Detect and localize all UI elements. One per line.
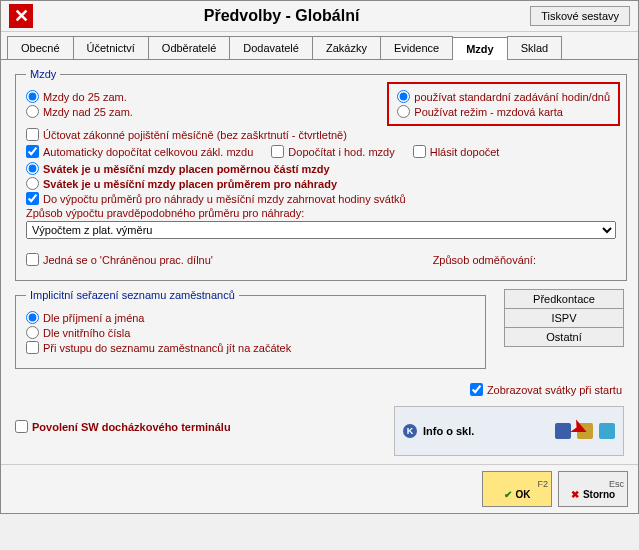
label-hlasit: Hlásit dopočet bbox=[430, 146, 500, 158]
radio-use-card[interactable] bbox=[397, 105, 410, 118]
check-zacatek[interactable] bbox=[26, 341, 39, 354]
check-hlasit[interactable] bbox=[413, 145, 426, 158]
radio-use-std[interactable] bbox=[397, 90, 410, 103]
ok-button[interactable]: F2 ✔ OK bbox=[482, 471, 552, 507]
label-dle-cisla: Dle vnitřního čísla bbox=[43, 327, 130, 339]
label-zpusob-odmen: Způsob odměňování: bbox=[433, 254, 536, 266]
label-zobrazovat-svatky: Zobrazovat svátky při startu bbox=[487, 384, 622, 396]
label-uctovat: Účtovat zákonné pojištění měsíčně (bez z… bbox=[43, 129, 347, 141]
label-dle-prijmeni: Dle příjmení a jména bbox=[43, 312, 145, 324]
tray-icon-2[interactable] bbox=[577, 423, 593, 439]
tab-bar: Obecné Účetnictví Odběratelé Dodavatelé … bbox=[1, 32, 638, 60]
titlebar: ✕ Předvolby - Globální Tiskové sestavy bbox=[1, 1, 638, 32]
storno-button[interactable]: Esc ✖ Storno bbox=[558, 471, 628, 507]
label-mzdy-nad25: Mzdy nad 25 zam. bbox=[43, 106, 133, 118]
tab-odberatele[interactable]: Odběratelé bbox=[148, 36, 230, 59]
check-dopocitat-hod[interactable] bbox=[271, 145, 284, 158]
label-chranena: Jedná se o 'Chráněnou prac. dílnu' bbox=[43, 254, 213, 266]
check-chranena[interactable] bbox=[26, 253, 39, 266]
ispv-button[interactable]: ISPV bbox=[504, 308, 624, 328]
ok-label: OK bbox=[516, 489, 531, 500]
radio-mzdy-nad25[interactable] bbox=[26, 105, 39, 118]
label-mzdy-do25: Mzdy do 25 zam. bbox=[43, 91, 127, 103]
cancel-x-icon: ✖ bbox=[571, 489, 579, 500]
tray-icon-3[interactable] bbox=[599, 423, 615, 439]
window-title: Předvolby - Globální bbox=[33, 7, 530, 25]
radio-dle-prijmeni[interactable] bbox=[26, 311, 39, 324]
label-svatek-prumer: Svátek je u měsíční mzdy placen průměrem… bbox=[43, 178, 337, 190]
highlighted-mode-box: používat standardní zadávání hodin/dnů P… bbox=[387, 82, 620, 126]
sort-legend: Implicitní seřazení seznamu zaměstnanců bbox=[26, 289, 239, 301]
radio-dle-cisla[interactable] bbox=[26, 326, 39, 339]
tab-obecne[interactable]: Obecné bbox=[7, 36, 74, 59]
check-do-vypoctu[interactable] bbox=[26, 192, 39, 205]
label-auto-dopocitat: Automaticky dopočítat celkovou zákl. mzd… bbox=[43, 146, 253, 158]
check-povoleni-sw[interactable] bbox=[15, 420, 28, 433]
window: ✕ Předvolby - Globální Tiskové sestavy O… bbox=[0, 0, 639, 514]
ok-key-hint: F2 bbox=[537, 479, 551, 489]
label-svatek-pomer: Svátek je u měsíční mzdy placen poměrnou… bbox=[43, 163, 330, 175]
check-auto-dopocitat[interactable] bbox=[26, 145, 39, 158]
tab-dodavatele[interactable]: Dodavatelé bbox=[229, 36, 313, 59]
storno-key-hint: Esc bbox=[609, 479, 627, 489]
tab-content: Mzdy Mzdy do 25 zam. Mzdy nad 25 zam. bbox=[1, 60, 638, 464]
storno-label: Storno bbox=[583, 489, 615, 500]
right-button-stack: Předkontace ISPV Ostatní bbox=[504, 289, 624, 377]
radio-mzdy-do25[interactable] bbox=[26, 90, 39, 103]
label-use-card: Používat režim - mzdová karta bbox=[414, 106, 563, 118]
tray-info-label: Info o skl. bbox=[423, 425, 474, 437]
check-icon: ✔ bbox=[504, 489, 512, 500]
label-zacatek: Při vstupu do seznamu zaměstnanců jít na… bbox=[43, 342, 291, 354]
label-dopocitat-hod: Dopočítat i hod. mzdy bbox=[288, 146, 394, 158]
label-use-std: používat standardní zadávání hodin/dnů bbox=[414, 91, 610, 103]
print-reports-button[interactable]: Tiskové sestavy bbox=[530, 6, 630, 26]
tab-mzdy[interactable]: Mzdy bbox=[452, 37, 508, 60]
radio-svatek-pomer[interactable] bbox=[26, 162, 39, 175]
select-zpusob-vypoctu[interactable]: Výpočtem z plat. výměru bbox=[26, 221, 616, 239]
radio-svatek-prumer[interactable] bbox=[26, 177, 39, 190]
mzdy-legend: Mzdy bbox=[26, 68, 60, 80]
tab-sklad[interactable]: Sklad bbox=[507, 36, 563, 59]
check-uctovat[interactable] bbox=[26, 128, 39, 141]
app-badge-icon: K bbox=[403, 424, 417, 438]
sort-group: Implicitní seřazení seznamu zaměstnanců … bbox=[15, 289, 486, 369]
tray-preview: K Info o skl. ➤ bbox=[394, 406, 624, 456]
ostatni-button[interactable]: Ostatní bbox=[504, 327, 624, 347]
label-povoleni-sw: Povolení SW docházkového terminálu bbox=[32, 421, 231, 433]
tab-zakazky[interactable]: Zakázky bbox=[312, 36, 381, 59]
bottom-button-bar: F2 ✔ OK Esc ✖ Storno bbox=[1, 464, 638, 513]
close-icon[interactable]: ✕ bbox=[9, 4, 33, 28]
mzdy-group: Mzdy Mzdy do 25 zam. Mzdy nad 25 zam. bbox=[15, 68, 627, 281]
label-zpusob-vypoctu: Způsob výpočtu pravděpodobného průměru p… bbox=[26, 207, 616, 219]
predkontace-button[interactable]: Předkontace bbox=[504, 289, 624, 309]
tab-ucetnictvi[interactable]: Účetnictví bbox=[73, 36, 149, 59]
tray-icon-1[interactable] bbox=[555, 423, 571, 439]
tab-evidence[interactable]: Evidence bbox=[380, 36, 453, 59]
check-zobrazovat-svatky[interactable] bbox=[470, 383, 483, 396]
label-do-vypoctu: Do výpočtu průměrů pro náhrady u měsíční… bbox=[43, 193, 406, 205]
